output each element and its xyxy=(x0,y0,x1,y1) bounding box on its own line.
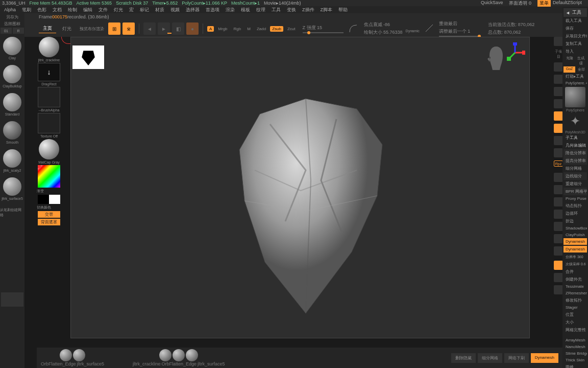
menu-picker[interactable]: 选择器 xyxy=(186,7,200,13)
menu-help[interactable]: 帮助 xyxy=(338,7,348,13)
zintensity-slider[interactable]: Z 强度 15 xyxy=(303,25,344,33)
frame-icon[interactable] xyxy=(554,62,563,72)
divide[interactable]: 细分网格 xyxy=(564,165,587,172)
divide-btn[interactable]: 细分网格 xyxy=(478,353,502,363)
tab-light[interactable]: 灯光 xyxy=(58,25,76,33)
localsym-icon[interactable] xyxy=(554,124,563,133)
shadowbox[interactable]: ShadowBox xyxy=(564,225,587,232)
recent-brush-1[interactable] xyxy=(60,349,72,361)
higher-res[interactable]: 提高分辨率 xyxy=(564,157,587,165)
delete-hidden-btn[interactable]: 删除隐藏 xyxy=(451,353,476,363)
alpha-selector[interactable] xyxy=(38,87,60,107)
tessimate[interactable]: Tessimate xyxy=(564,283,587,290)
brush-clay[interactable] xyxy=(3,37,21,55)
snap-icon[interactable] xyxy=(554,246,563,256)
viewport[interactable] xyxy=(70,37,530,338)
sculptris[interactable]: 动态拓扑 xyxy=(564,202,587,210)
mrgb-btn[interactable]: Mrgb xyxy=(216,26,229,32)
tool-header[interactable]: ◄工具 xyxy=(564,8,587,17)
light-icon[interactable] xyxy=(554,285,563,294)
record-icon[interactable]: ● xyxy=(186,22,199,35)
zsub-btn[interactable]: Zsub xyxy=(270,26,283,32)
menu-stencil[interactable]: 模板 xyxy=(241,7,250,13)
recent-brush-4[interactable] xyxy=(173,349,185,361)
claypolish[interactable]: ClayPolish xyxy=(564,232,587,238)
brush-scaly[interactable] xyxy=(3,149,21,168)
polyframe-icon[interactable] xyxy=(554,185,563,194)
solo-icon[interactable] xyxy=(554,173,563,182)
load-project[interactable]: 从项目文件载入工具 xyxy=(564,32,587,40)
brushes-meta[interactable]: 从笔刷创建网格 xyxy=(0,208,24,218)
grid-icon[interactable] xyxy=(554,234,563,243)
line-fill-icon[interactable] xyxy=(554,222,563,231)
mesh-integrity[interactable]: 网格完整性 xyxy=(564,326,587,334)
goz-btn[interactable]: GoZ xyxy=(564,66,575,73)
menu-tool[interactable]: 工具 xyxy=(272,7,281,13)
brush-claybuildup[interactable] xyxy=(3,65,21,83)
zcut-btn[interactable]: Zcut xyxy=(285,26,298,32)
menu-draw[interactable]: 绘制 xyxy=(68,7,77,13)
reset-btn[interactable]: 交替 xyxy=(38,211,60,218)
history-back-icon[interactable]: ◄ xyxy=(143,22,156,35)
crease[interactable]: 折边 xyxy=(564,217,587,225)
menu-marker[interactable]: 标记 xyxy=(140,7,149,13)
brush-standard[interactable] xyxy=(3,93,21,111)
boolean-preview[interactable]: 预览布尔渲染 xyxy=(78,26,106,32)
mask-btn[interactable]: 背面遮罩 xyxy=(38,219,60,225)
subtool-section[interactable]: 子工具 xyxy=(564,134,587,142)
modify-topo[interactable]: 修改拓扑 xyxy=(564,296,587,304)
make-btn[interactable]: 生成.缓 xyxy=(575,55,587,66)
quick-slot[interactable] xyxy=(1,292,23,307)
menu-brush[interactable]: 笔刷 xyxy=(22,7,31,13)
selicons-label[interactable]: 选择图标 xyxy=(4,21,20,27)
clone-btn[interactable]: 克隆 xyxy=(564,55,575,66)
head-reference-icon[interactable] xyxy=(486,45,506,71)
swap-label[interactable]: 切换颜色 xyxy=(37,205,51,210)
menu-file[interactable]: 文件 xyxy=(99,7,108,13)
axis-icon[interactable] xyxy=(554,210,563,219)
brush-surface[interactable] xyxy=(3,177,21,196)
a-btn[interactable]: A xyxy=(207,26,214,32)
menu-material[interactable]: 材质 xyxy=(155,7,164,13)
bpr-icon[interactable] xyxy=(554,37,563,46)
active-mode-icon[interactable] xyxy=(554,261,563,270)
dynamesh-button[interactable]: Dynamesh xyxy=(564,246,587,252)
lower-res[interactable]: 降低分辨率 xyxy=(564,149,587,157)
gizmo-icon[interactable]: ⊞ xyxy=(108,22,120,35)
rebuild-subdiv[interactable]: 重建细分 xyxy=(564,180,587,188)
menu-document[interactable]: 文档 xyxy=(53,7,62,13)
bpr-smooth[interactable]: BPR 网格平滑 xyxy=(564,188,587,195)
zadd-btn[interactable]: Zadd xyxy=(255,26,268,32)
quicksave-btn[interactable]: QuickSave xyxy=(481,0,503,7)
texture-selector[interactable] xyxy=(38,113,60,133)
merge[interactable]: 合并 xyxy=(564,268,587,275)
sculpt-mesh[interactable] xyxy=(204,78,408,313)
ghost-icon[interactable] xyxy=(554,197,563,206)
stager[interactable]: Stager xyxy=(564,304,587,311)
redo-block[interactable]: 重做最后 调整最后一个 1 xyxy=(439,20,480,37)
dynamesh-section[interactable]: Dynamesh xyxy=(564,238,587,245)
swatch-black[interactable] xyxy=(38,195,49,204)
menu-render[interactable]: 渲染 xyxy=(226,7,235,13)
menu-color[interactable]: 色彩 xyxy=(37,7,46,13)
xpose-icon[interactable] xyxy=(554,136,563,145)
val-cell[interactable]: 01 xyxy=(1,28,12,34)
transparency-icon[interactable] xyxy=(554,148,563,157)
rgb-btn[interactable]: Rgb xyxy=(232,26,243,32)
color-picker[interactable] xyxy=(38,165,60,188)
m-btn[interactable]: M xyxy=(245,26,253,32)
slimebridge[interactable]: Slime Bridge xyxy=(564,350,587,357)
saveas-label[interactable]: 另存为 xyxy=(6,14,18,20)
tool-thumbnail[interactable] xyxy=(565,87,585,107)
nav-gizmo[interactable] xyxy=(505,42,525,63)
menu-macro[interactable]: 宏 xyxy=(129,7,134,13)
cone[interactable]: 圆锥 xyxy=(564,363,587,368)
gizmo2-icon[interactable]: ※ xyxy=(122,22,135,35)
arraymesh[interactable]: ArrayMesh xyxy=(564,337,587,343)
opacity[interactable]: 界面透明 0 xyxy=(509,0,531,7)
menu-transform[interactable]: 变换 xyxy=(287,7,296,13)
gradient-label[interactable]: 渐变 xyxy=(37,189,44,194)
persp-icon[interactable] xyxy=(554,99,563,108)
floor-icon[interactable] xyxy=(554,111,563,121)
menu-zplugin[interactable]: Z插件 xyxy=(302,7,314,13)
